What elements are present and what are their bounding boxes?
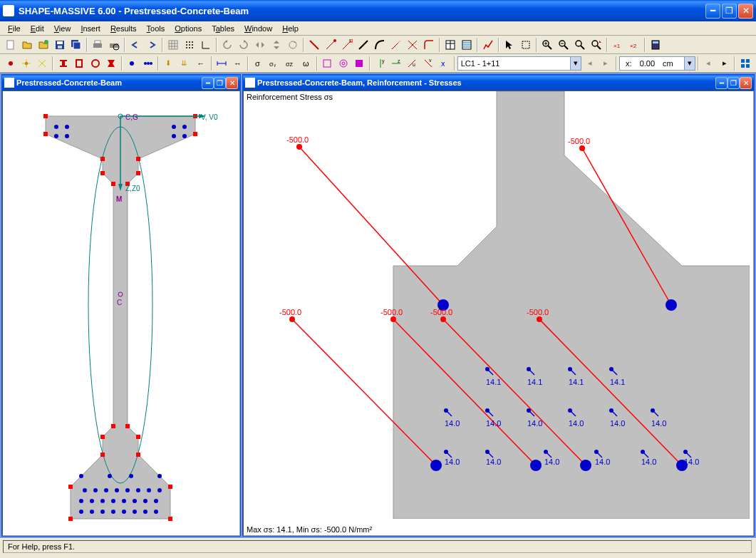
node-button[interactable] <box>3 56 18 71</box>
flip-v-button[interactable] <box>269 37 284 53</box>
axis-v-button[interactable]: v <box>420 56 435 71</box>
menu-window[interactable]: Window <box>239 23 277 34</box>
save-button[interactable] <box>52 37 68 53</box>
section-rect-button[interactable] <box>72 56 87 71</box>
table-button[interactable] <box>442 37 458 53</box>
svg-point-174 <box>580 460 591 471</box>
nav-next-button[interactable]: ▸ <box>717 56 732 71</box>
child-minimize-button[interactable]: ━ <box>715 77 727 89</box>
svg-point-83 <box>340 60 347 67</box>
zoom-fit-button[interactable] <box>572 37 588 53</box>
calculator-button[interactable] <box>648 37 663 53</box>
coord-input[interactable]: x: 0.00 cm ▾ <box>619 56 695 71</box>
result-isolines-button[interactable] <box>336 56 351 71</box>
load-button[interactable]: ⬇ <box>161 56 176 71</box>
child-maximize-button[interactable]: ❐ <box>727 77 740 89</box>
snap-point-button[interactable] <box>323 37 338 53</box>
menu-options[interactable]: Options <box>170 23 207 34</box>
node-star-button[interactable] <box>35 56 50 71</box>
child-close-button[interactable]: ✕ <box>740 77 752 89</box>
tool-x2-button[interactable]: ×2 <box>626 37 642 53</box>
svg-rect-97 <box>741 64 745 68</box>
fillet-button[interactable] <box>421 37 437 53</box>
arrow-left-button[interactable]: ← <box>193 56 208 71</box>
omega-button[interactable]: ω <box>299 56 314 71</box>
svg-point-167 <box>289 316 295 322</box>
print-preview-button[interactable] <box>106 37 122 53</box>
axes-button[interactable] <box>198 37 214 53</box>
select-button[interactable] <box>518 37 534 53</box>
zoom-in-button[interactable] <box>539 37 555 53</box>
loadcase-combo[interactable]: LC1 - 1+11 ▾ <box>457 56 582 71</box>
nav-prev-button[interactable]: ◂ <box>701 56 716 71</box>
zoom-prev-button[interactable] <box>589 37 604 53</box>
svg-point-173 <box>440 316 446 322</box>
save-all-button[interactable] <box>68 37 84 53</box>
results-table-button[interactable] <box>459 37 475 53</box>
extend-button[interactable] <box>388 37 404 53</box>
trim-button[interactable] <box>405 37 420 53</box>
rebar-row-button[interactable] <box>140 56 155 71</box>
menu-view[interactable]: View <box>49 23 76 34</box>
dim-arrow-button[interactable]: ↔ <box>230 56 245 71</box>
dim-horiz-button[interactable] <box>214 56 229 71</box>
rotate-button[interactable] <box>285 37 301 53</box>
sigma-z-button[interactable]: σz <box>283 56 298 71</box>
axis-u-button[interactable]: u <box>405 56 420 71</box>
child-close-button[interactable]: ✕ <box>226 77 238 89</box>
svg-rect-118 <box>68 517 73 521</box>
child-maximize-button[interactable]: ❐ <box>214 77 226 89</box>
stress-label: -500.0 <box>279 308 301 316</box>
svg-point-21 <box>192 44 193 46</box>
section-canvas[interactable]: C,G V, V0 Z,Z0 M C <box>2 91 240 536</box>
tile-windows-button[interactable] <box>737 56 752 71</box>
redo-button[interactable] <box>144 37 160 53</box>
stress-label: -500.0 <box>568 137 590 145</box>
menu-results[interactable]: Results <box>105 23 142 34</box>
maximize-button[interactable]: ❐ <box>722 4 737 19</box>
lc-next-button[interactable]: ▸ <box>599 56 613 71</box>
arc-button[interactable] <box>372 37 388 53</box>
sigma-button[interactable]: σ <box>251 56 266 71</box>
child-minimize-button[interactable]: ━ <box>202 77 214 89</box>
axis-z-button[interactable]: z <box>388 56 403 71</box>
tool-x1-button[interactable]: ×1 <box>610 37 626 53</box>
undo-button[interactable] <box>128 37 143 53</box>
open-recent-button[interactable] <box>36 37 51 53</box>
open-button[interactable] <box>19 37 35 53</box>
menu-tools[interactable]: Tools <box>142 23 170 34</box>
rebar-single-button[interactable] <box>125 56 140 71</box>
pointer-button[interactable] <box>502 37 517 53</box>
section-ibeam-button[interactable] <box>56 56 71 71</box>
axis-x-button[interactable]: x <box>436 56 451 71</box>
rotate-left-button[interactable] <box>219 37 235 53</box>
zoom-out-button[interactable] <box>556 37 571 53</box>
measure-button[interactable] <box>306 37 322 53</box>
line-button[interactable] <box>356 37 371 53</box>
new-button[interactable] <box>3 37 19 53</box>
load2-button[interactable]: ⇊ <box>177 56 192 71</box>
menu-help[interactable]: Help <box>277 23 304 34</box>
menu-tables[interactable]: Tables <box>207 23 239 34</box>
stress-canvas[interactable]: Reinforcement Stress σs -500.0 -500.0 -5… <box>243 91 754 536</box>
result-filled-button[interactable] <box>352 56 367 71</box>
close-button[interactable]: ✕ <box>738 4 753 19</box>
menu-edit[interactable]: Edit <box>26 23 49 34</box>
menu-insert[interactable]: Insert <box>76 23 105 34</box>
snap-end-button[interactable] <box>339 37 355 53</box>
grid-button[interactable] <box>165 37 181 53</box>
lc-prev-button[interactable]: ◂ <box>582 56 597 71</box>
flip-h-button[interactable] <box>252 37 268 53</box>
rotate-right-button[interactable] <box>236 37 252 53</box>
print-button[interactable] <box>90 37 105 53</box>
chart-button[interactable] <box>480 37 496 53</box>
axis-y-button[interactable]: y <box>373 56 388 71</box>
node-cross-button[interactable] <box>19 56 33 71</box>
section-circle-button[interactable] <box>88 56 103 71</box>
section-custom-button[interactable] <box>103 56 118 71</box>
minimize-button[interactable]: ━ <box>705 4 720 19</box>
dots-button[interactable] <box>182 37 197 53</box>
sigma-y-button[interactable]: σᵧ <box>267 56 282 71</box>
result-outline-button[interactable] <box>320 56 335 71</box>
menu-file[interactable]: File <box>3 23 26 34</box>
